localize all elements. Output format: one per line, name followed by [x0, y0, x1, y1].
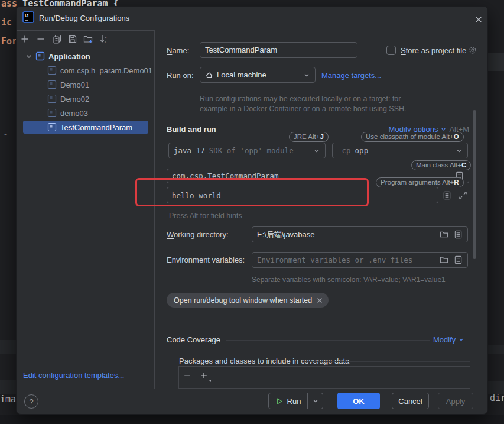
coverage-modify-row: Modify	[433, 335, 464, 344]
environment-variables-input[interactable]: Environment variables or .env files	[252, 252, 468, 268]
store-as-project-file-checkbox[interactable]	[386, 46, 396, 55]
svg-text:IJ: IJ	[25, 13, 28, 18]
coverage-add-button[interactable]	[198, 370, 210, 381]
dialog-title: Run/Debug Configurations	[39, 14, 129, 22]
run-split-button[interactable]: Run	[268, 393, 323, 409]
name-label: Name:	[167, 46, 189, 55]
name-input[interactable]: TestCommandParam	[200, 42, 357, 58]
tree-item-label: com.csp.h_param.Demo01	[60, 66, 152, 75]
run-on-select[interactable]: Local machine	[200, 67, 316, 83]
tree-item-demo01-qualified[interactable]: com.csp.h_param.Demo01	[17, 63, 154, 77]
expand-field-button[interactable]	[457, 190, 468, 200]
tree-item-demo02[interactable]: Demo02	[17, 92, 154, 106]
remove-configuration-button[interactable]	[35, 33, 47, 45]
program-arguments-hint-pill: Program arguments Alt+R	[376, 177, 464, 187]
ok-button[interactable]: OK	[337, 393, 380, 409]
working-directory-list-button[interactable]	[454, 230, 463, 239]
apply-button[interactable]: Apply	[438, 393, 473, 409]
manage-targets-link[interactable]: Manage targets...	[321, 71, 381, 80]
run-button[interactable]: Run	[269, 397, 307, 406]
cancel-button[interactable]: Cancel	[392, 393, 429, 409]
add-configuration-button[interactable]	[19, 33, 31, 45]
program-arguments-value: hello world	[172, 191, 221, 200]
help-button[interactable]: ?	[24, 394, 38, 409]
working-directory-input[interactable]: E:\后端\javabase	[252, 226, 468, 242]
program-arguments-list-button[interactable]	[441, 190, 452, 200]
main-class-hint-pill: Main class Alt+C	[411, 160, 471, 170]
tree-item-label: Demo02	[60, 95, 89, 103]
tree-item-demo01[interactable]: Demo01	[17, 77, 154, 92]
vertical-scrollbar[interactable]	[473, 110, 476, 259]
editor-band	[488, 381, 504, 394]
store-as-project-file-label: Store as project file	[401, 46, 466, 55]
run-button-label: Run	[287, 397, 301, 406]
edit-templates-link[interactable]: Edit configuration templates...	[23, 371, 124, 380]
run-on-value: Local machine	[217, 70, 266, 79]
section-line	[226, 340, 430, 341]
sort-configurations-button[interactable]: az	[98, 33, 110, 45]
chip-remove-button[interactable]	[317, 297, 323, 303]
store-settings-button[interactable]	[467, 45, 478, 56]
new-folder-button[interactable]	[82, 33, 94, 45]
save-configuration-button[interactable]	[67, 33, 79, 45]
screen: ass TestCommandParam { ic For - ima dir …	[0, 0, 504, 424]
play-icon	[275, 397, 283, 405]
program-arguments-input[interactable]: hello world	[167, 187, 438, 203]
tree-item-application[interactable]: Application	[17, 49, 154, 63]
editor-code-fragment: For	[1, 36, 17, 47]
editor-code-fragment: dir	[490, 393, 504, 403]
chevron-down-icon	[313, 147, 320, 154]
environment-variables-hint: Separate variables with semicolon: VAR=v…	[252, 276, 446, 284]
tree-item-label: TestCommandParam	[60, 123, 132, 132]
copy-configuration-button[interactable]	[51, 33, 63, 45]
application-icon	[35, 51, 45, 61]
browse-folder-button[interactable]	[440, 255, 448, 264]
jre-value: java 17	[174, 146, 205, 155]
name-value: TestCommandParam	[205, 46, 277, 54]
ide-logo-icon: IJ	[22, 11, 34, 23]
build-and-run-title: Build and run	[167, 125, 216, 134]
tree-item-testcommandparam[interactable]: TestCommandParam	[17, 120, 154, 134]
chevron-down-icon[interactable]	[25, 52, 33, 60]
environment-variables-list-button[interactable]	[454, 255, 463, 264]
classpath-value: opp	[355, 146, 369, 155]
run-on-label: Run on:	[167, 71, 194, 80]
section-line	[304, 361, 470, 362]
environment-variables-placeholder: Environment variables or .env files	[257, 255, 412, 264]
gear-icon	[468, 46, 477, 55]
application-icon	[47, 108, 57, 118]
close-button[interactable]	[472, 12, 486, 27]
classpath-prefix: -cp	[337, 146, 351, 155]
editor-code-fragment: ic	[1, 17, 12, 28]
before-launch-chip[interactable]: Open run/debug tool window when started	[167, 293, 329, 308]
new-folder-icon	[83, 34, 93, 44]
statusbar-band	[0, 415, 504, 424]
footer-divider	[17, 389, 489, 389]
press-alt-hint: Press Alt for field hints	[169, 212, 242, 220]
jre-select[interactable]: java 17 SDK of 'opp' module	[168, 143, 326, 158]
tree-item-demo03[interactable]: demo03	[17, 106, 154, 120]
run-options-button[interactable]	[308, 393, 323, 409]
chevron-down-icon[interactable]	[458, 336, 464, 343]
application-icon	[47, 94, 57, 103]
home-icon	[205, 71, 213, 79]
jre-detail: SDK of 'opp' module	[209, 146, 294, 155]
folder-icon	[440, 255, 448, 264]
editor-code-fragment: -	[3, 129, 8, 140]
code-keyword: ass	[1, 0, 17, 9]
chevron-down-icon	[303, 72, 310, 79]
classpath-select[interactable]: -cp opp	[332, 143, 468, 158]
chip-remove-icon	[317, 297, 323, 303]
application-icon	[47, 66, 57, 75]
run-on-help-line2: example in a Docker Container or on a re…	[200, 105, 406, 113]
editor-band	[488, 53, 504, 71]
tree-item-label: Application	[48, 52, 90, 61]
application-icon	[47, 80, 57, 89]
sort-icon: az	[99, 34, 109, 44]
main-class-value: com.csp.TestCommandParam	[172, 171, 279, 180]
coverage-modify-link[interactable]: Modify	[433, 335, 456, 344]
browse-folder-button[interactable]	[440, 230, 448, 239]
coverage-remove-button[interactable]	[181, 370, 193, 381]
field-buttons	[440, 230, 463, 239]
add-icon	[200, 371, 208, 380]
